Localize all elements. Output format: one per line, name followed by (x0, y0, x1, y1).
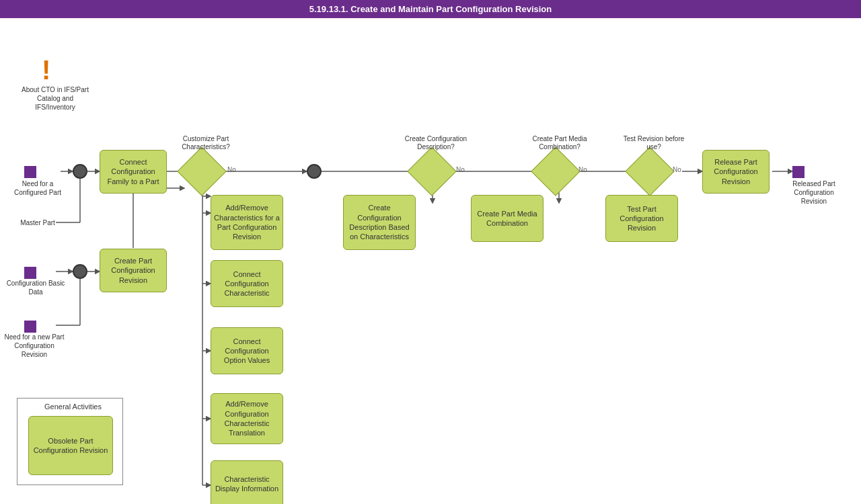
test-part-config-node[interactable]: Test Part Configuration Revision (605, 195, 678, 242)
create-part-config-node[interactable]: Create Part Configuration Revision (100, 249, 167, 292)
add-remove-translation-node[interactable]: Add/Remove Configuration Characteristic … (211, 393, 283, 444)
released-icon (792, 166, 804, 178)
page-title: 5.19.13.1. Create and Maintain Part Conf… (309, 4, 552, 14)
create-config-desc-node[interactable]: Create Configuration Description Based o… (343, 195, 416, 250)
obsolete-part-config-node[interactable]: Obsolete Part Configuration Revision (28, 416, 113, 475)
cto-note-label: About CTO in IFS/Part Catalog and IFS/In… (18, 85, 92, 112)
no-label-4: No (673, 166, 681, 173)
config-basic-data-label: Configuration Basic Data (5, 279, 66, 296)
test-revision-diamond (625, 146, 675, 196)
config-basic-data-icon (24, 267, 36, 279)
need-configured-label: Need for a Configured Part (11, 179, 65, 197)
general-activities-box: General Activities Obsolete Part Configu… (17, 398, 123, 485)
customize-chars-diamond (177, 146, 227, 196)
need-configured-icon (24, 166, 36, 178)
connect-config-char-node[interactable]: Connect Configuration Characteristic (211, 260, 283, 307)
create-part-media-diamond (531, 146, 581, 196)
create-config-desc-label: Create Configuration Description? (402, 135, 470, 151)
app: 5.19.13.1. Create and Maintain Part Conf… (0, 0, 861, 504)
general-activities-title: General Activities (44, 403, 102, 411)
circle-connector-1 (73, 164, 87, 179)
connect-config-family-node[interactable]: Connect Configuration Family to a Part (100, 150, 167, 194)
released-label: Released Part Configuration Revision (780, 179, 848, 206)
create-part-media-label: Create Part Media Combination? (526, 135, 593, 151)
connect-option-values-node[interactable]: Connect Configuration Option Values (211, 327, 283, 374)
circle-connector-3 (307, 164, 322, 179)
title-bar: 5.19.13.1. Create and Maintain Part Conf… (0, 0, 861, 18)
no-label-3: No (578, 166, 587, 173)
customize-chars-label: Customize Part Characteristics? (172, 135, 239, 151)
need-new-revision-label: Need for a new Part Configuration Revisi… (4, 333, 65, 359)
canvas: ! About CTO in IFS/Part Catalog and IFS/… (0, 18, 861, 504)
need-new-revision-icon (24, 321, 36, 333)
no-label-2: No (456, 166, 465, 173)
char-display-info-node[interactable]: Characteristic Display Information (211, 460, 283, 504)
release-part-config-node[interactable]: Release Part Configuration Revision (702, 150, 770, 194)
no-label-1: No (227, 166, 236, 173)
create-part-media-node[interactable]: Create Part Media Combination (471, 195, 544, 242)
exclamation-icon: ! (42, 55, 50, 85)
master-part-label: Master Part (11, 218, 65, 227)
test-revision-label: Test Revision before use? (620, 135, 687, 151)
create-config-desc-diamond (407, 146, 457, 196)
add-remove-chars-node[interactable]: Add/Remove Characteristics for a Part Co… (211, 195, 283, 250)
circle-connector-2 (73, 264, 87, 279)
